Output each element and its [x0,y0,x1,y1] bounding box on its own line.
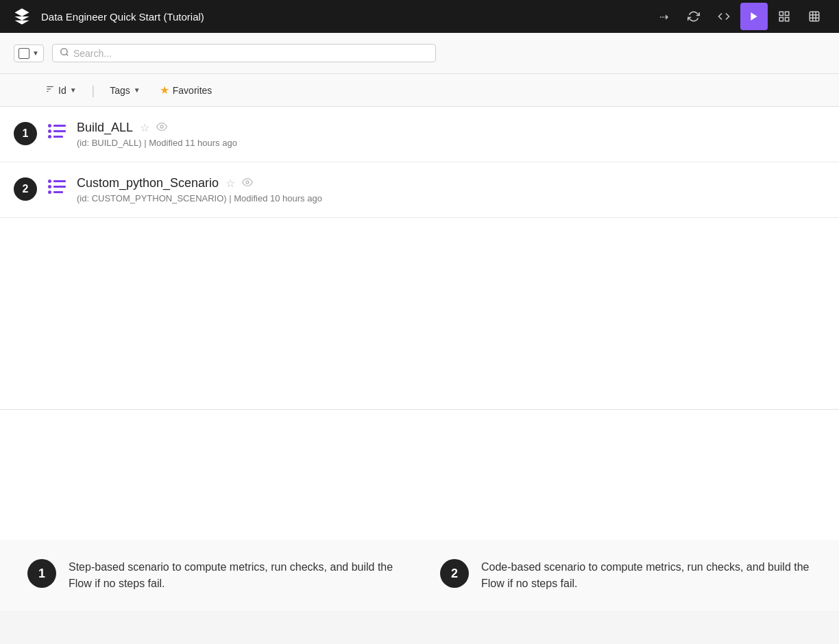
scenario-id-1: BUILD_ALL [92,138,139,148]
search-icon [60,47,69,59]
scenario-favorite-1[interactable]: ☆ [140,121,149,134]
svg-rect-1 [779,12,783,15]
scenario-header-1: Build_ALL ☆ [77,121,825,135]
select-all-checkbox [19,48,29,59]
scenario-list-icon-1 [48,124,66,138]
scenario-header-2: Custom_python_Scenario ☆ [77,176,825,190]
scenario-item-1[interactable]: 1 Build_ALL ☆ [0,107,839,162]
scenario-name-1: Build_ALL [77,121,133,135]
scenario-list-icon-2 [48,179,66,194]
grid-button[interactable] [801,3,828,30]
filter-bar: Id ▼ | Tags ▼ ★ Favorites [0,74,839,107]
select-all-dropdown[interactable]: ▼ [14,45,44,62]
scenario-number-1: 1 [14,122,37,145]
legend-text-2: Code-based scenario to compute metrics, … [481,559,812,592]
legend-number-2: 2 [440,559,469,588]
scenario-info-2: Custom_python_Scenario ☆ (id: CUSTOM_PYT… [77,176,825,203]
code-button[interactable] [710,3,738,30]
refresh-button[interactable] [680,3,707,30]
legend-item-1: 1 Step-based scenario to compute metrics… [27,559,399,592]
topbar-actions: ⇢ [650,3,828,30]
svg-rect-2 [786,12,789,15]
dropdown-arrow-icon: ▼ [32,49,39,57]
layout-button[interactable] [770,3,798,30]
scenario-modified-2: Modified 10 hours ago [234,193,322,203]
tags-label: Tags [110,85,130,96]
favorites-label: Favorites [173,85,212,96]
tags-filter[interactable]: Tags ▼ [106,82,144,99]
scenario-id-label-2: (id: [77,193,92,203]
share-button[interactable]: ⇢ [650,3,677,30]
scenario-id-2: CUSTOM_PYTHON_SCENARIO [92,193,224,203]
legend-text-1: Step-based scenario to compute metrics, … [69,559,399,592]
svg-marker-0 [751,12,757,21]
scenario-name-2: Custom_python_Scenario [77,176,219,190]
scenario-favorite-2[interactable]: ☆ [226,177,235,190]
svg-line-11 [66,54,69,56]
search-container [52,44,436,62]
favorites-filter[interactable]: ★ Favorites [156,81,217,99]
scenario-id-label-1: (id: [77,138,92,148]
sort-filter[interactable]: Id ▼ [41,82,81,99]
app-logo [11,5,33,27]
scenario-meta-1: (id: BUILD_ALL) | Modified 11 hours ago [77,138,825,148]
toolbar: ▼ [0,33,839,74]
sort-label: Id [58,85,66,96]
legend-number-1: 1 [27,559,56,588]
sort-arrow-icon: ▼ [70,86,77,94]
empty-area [0,218,839,410]
tags-arrow-icon: ▼ [134,86,141,94]
svg-point-15 [160,125,163,128]
svg-point-16 [246,181,249,184]
svg-rect-5 [810,12,819,21]
scenario-number-2: 2 [14,177,37,201]
svg-rect-4 [786,18,789,21]
favorites-star-icon: ★ [160,84,169,97]
scenario-modified-1: Modified 11 hours ago [149,138,237,148]
scenario-meta-2: (id: CUSTOM_PYTHON_SCENARIO) | Modified … [77,193,825,203]
search-input[interactable] [73,48,428,59]
scenario-item-2[interactable]: 2 Custom_python_Scenario [0,162,839,218]
topbar: Data Engineer Quick Start (Tutorial) ⇢ [0,0,839,33]
main-content: ▼ Id ▼ | Tag [0,33,839,540]
scenario-view-2[interactable] [242,177,253,190]
bottom-legend: 1 Step-based scenario to compute metrics… [0,540,839,611]
scenario-view-1[interactable] [156,121,167,135]
svg-point-10 [61,49,67,55]
filter-divider: | [92,84,95,97]
sort-icon [45,84,55,96]
play-button[interactable] [740,3,768,30]
svg-rect-3 [779,18,783,21]
page-title: Data Engineer Quick Start (Tutorial) [41,11,642,23]
scenario-list: 1 Build_ALL ☆ [0,107,839,218]
scenario-info-1: Build_ALL ☆ (id: BUILD_ALL) | Modified 1… [77,121,825,148]
legend-item-2: 2 Code-based scenario to compute metrics… [440,559,812,592]
